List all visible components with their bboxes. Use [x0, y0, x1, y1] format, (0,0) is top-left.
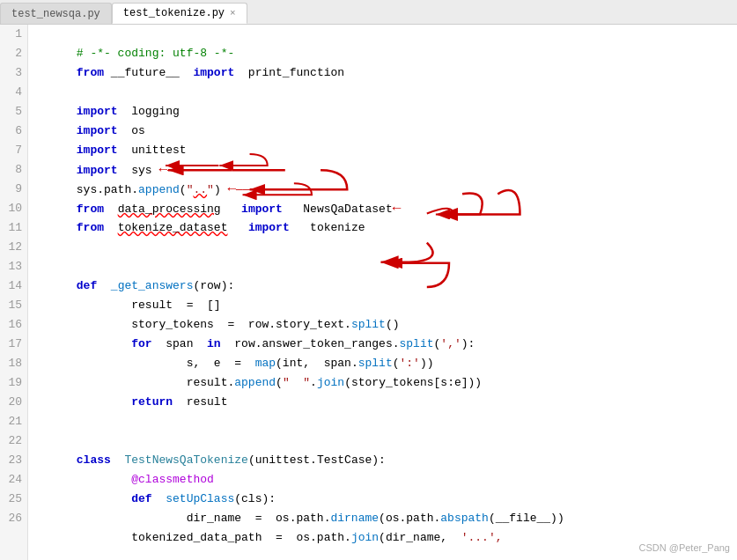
code-content[interactable]: # -*- coding: utf-8 -*- from __future__ …: [28, 25, 737, 560]
code-line-2: from __future__ import print_function: [35, 44, 737, 63]
code-line-25: dir_name = os.path.dirname(os.path.abspa…: [35, 490, 737, 509]
code-line-1: # -*- coding: utf-8 -*-: [35, 25, 737, 44]
code-line-9: from data_processing import NewsQaDatase…: [35, 180, 737, 199]
close-icon[interactable]: ×: [230, 8, 236, 18]
code-line-26: tokenized_data_path = os.path.join(dir_n…: [35, 509, 737, 528]
code-line-17: s, e = map(int, span.split(':')): [35, 335, 737, 354]
line-numbers: 12345 678910 1112131415 1617181920 21222…: [0, 25, 28, 560]
tab-label: test_tokenize.py: [123, 7, 225, 19]
code-line-22: class TestNewsQaTokenize(unittest.TestCa…: [35, 431, 737, 451]
tab-bar: test_newsqa.py test_tokenize.py ×: [0, 0, 737, 25]
code-line-6: import unittest: [35, 122, 737, 141]
code-line-4: import logging: [35, 83, 737, 102]
tab-label: test_newsqa.py: [11, 8, 100, 20]
code-line-13: def _get_answers(row):: [35, 257, 737, 276]
code-line-24: def setUpClass(cls):: [35, 470, 737, 490]
code-line-11: [35, 218, 737, 238]
code-line-12: [35, 238, 737, 257]
code-line-20: [35, 393, 737, 412]
editor-area: 12345 678910 1112131415 1617181920 21222…: [0, 25, 737, 560]
code-line-14: result = []: [35, 276, 737, 296]
code-line-5: import os: [35, 102, 737, 122]
code-line-7: import sys ←———: [35, 141, 737, 160]
code-line-19: return result: [35, 373, 737, 393]
code-line-15: story_tokens = row.story_text.split(): [35, 296, 737, 315]
code-line-3: [35, 63, 737, 83]
code-line-21: [35, 412, 737, 431]
code-line-23: @classmethod: [35, 451, 737, 470]
code-line-18: result.append(" ".join(story_tokens[s:e]…: [35, 354, 737, 373]
tab-test-tokenize[interactable]: test_tokenize.py ×: [112, 3, 247, 24]
tab-test-newsqa[interactable]: test_newsqa.py: [0, 3, 112, 24]
code-line-8: sys.path.append("..") ←———: [35, 160, 737, 180]
code-line-10: from tokenize_dataset import tokenize: [35, 199, 737, 218]
watermark: CSDN @Peter_Pang: [639, 542, 731, 553]
code-line-16: for span in row.answer_token_ranges.spli…: [35, 315, 737, 335]
